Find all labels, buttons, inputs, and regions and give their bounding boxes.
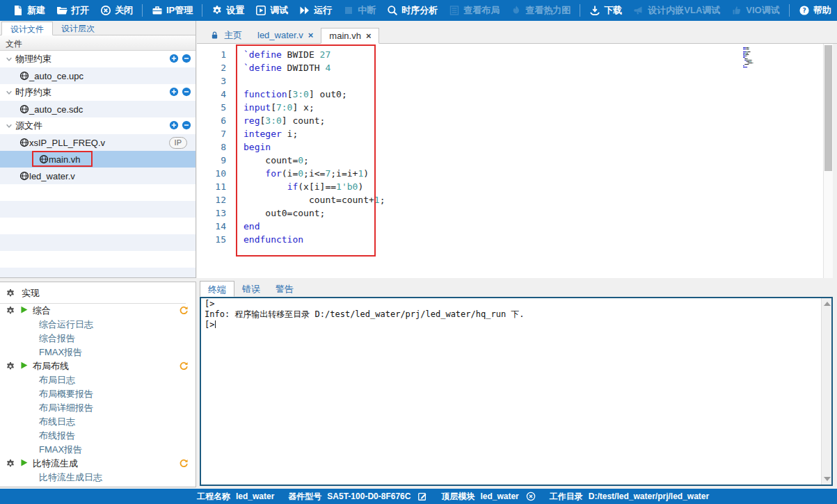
editor-tab-led_water-v[interactable]: led_water.v× xyxy=(250,27,321,43)
toolbar-button-debug[interactable]: 调试 xyxy=(250,0,294,21)
code-line[interactable]: 9 count=0; xyxy=(197,154,833,167)
tree-section-row[interactable]: 时序约束 xyxy=(0,84,196,101)
impl-report-item[interactable]: FMAX报告 xyxy=(0,346,196,359)
console-tab-warnings[interactable]: 警告 xyxy=(268,281,301,297)
toolbar-button-close-circle[interactable]: 关闭 xyxy=(95,0,138,21)
play-icon[interactable] xyxy=(19,305,29,316)
close-icon[interactable]: × xyxy=(366,31,372,41)
editor-tab-label: led_water.v xyxy=(257,30,303,40)
remove-file-button[interactable] xyxy=(182,87,191,99)
console-tab-terminal[interactable]: 终端 xyxy=(200,281,234,297)
code-line[interactable]: 12 count=count+1; xyxy=(197,193,833,206)
impl-report-item[interactable]: led_water.bit xyxy=(0,485,196,487)
toolbar-button-view-layout[interactable]: 查看布局 xyxy=(443,0,505,21)
terminal-output[interactable]: [>Info: 程序输出转移至目录 D:/test/led_water/prj/… xyxy=(201,298,821,485)
circle-close-icon[interactable] xyxy=(526,491,536,501)
impl-group-row[interactable]: 综合 xyxy=(0,304,196,318)
tree-file-row[interactable]: led_water.v xyxy=(0,168,196,184)
play-icon[interactable] xyxy=(19,361,29,372)
code-line[interactable]: 1`define BWIDE 27 xyxy=(197,48,833,61)
code-line[interactable]: 10 for(i=0;i<=7;i=i+1) xyxy=(197,167,833,180)
toolbar-button-run[interactable]: 运行 xyxy=(294,0,337,21)
editor-scrollbar[interactable] xyxy=(823,44,833,278)
scroll-down-icon[interactable] xyxy=(824,477,831,481)
impl-report-item[interactable]: 综合运行日志 xyxy=(0,318,196,332)
toolbar-button-view-heatmap[interactable]: 查看热力图 xyxy=(505,0,576,21)
impl-report-item[interactable]: 布线报告 xyxy=(0,429,196,443)
toolbar-button-new-file[interactable]: 新建 xyxy=(7,0,51,21)
console-tab-errors[interactable]: 错误 xyxy=(234,281,268,297)
panel-tab-files[interactable]: 设计文件 xyxy=(1,22,53,35)
tree-empty-row xyxy=(0,251,196,268)
tree-file-label: _auto_ce.sdc xyxy=(29,104,83,115)
add-file-button[interactable] xyxy=(169,120,179,132)
tree-file-row[interactable]: _auto_ce.upc xyxy=(0,67,196,84)
refresh-icon[interactable] xyxy=(179,458,189,470)
toolbar-button-open-folder[interactable]: 打开 xyxy=(51,0,95,21)
impl-group-row[interactable]: 比特流生成 xyxy=(0,457,196,471)
tree-file-row[interactable]: main.vh xyxy=(0,151,196,168)
impl-report-item[interactable]: 布局日志 xyxy=(0,373,196,387)
toolbar-button-timing-analysis[interactable]: 时序分析 xyxy=(381,0,443,21)
globe-icon xyxy=(19,71,29,81)
tree-section-row[interactable]: 物理约束 xyxy=(0,51,196,67)
code-line[interactable]: 3 xyxy=(197,74,833,88)
toolbar-button-label: 查看布局 xyxy=(463,4,500,17)
tree-file-row[interactable]: _auto_ce.sdc xyxy=(0,101,196,117)
code-line[interactable]: 4function[3:0] out0; xyxy=(197,88,833,101)
terminal-cursor xyxy=(215,320,216,328)
toolbar-button-label: 运行 xyxy=(314,4,332,17)
toolbar-button-ip-manager[interactable]: IP管理 xyxy=(146,0,198,21)
scroll-up-icon[interactable] xyxy=(824,302,831,306)
close-icon[interactable]: × xyxy=(308,30,314,40)
toolbar-button-vio-debug[interactable]: VIO调试 xyxy=(726,0,785,21)
code-line[interactable]: 7integer i; xyxy=(197,127,833,140)
code-line[interactable]: 2`define DWIDTH 4 xyxy=(197,61,833,74)
toolbar-button-settings-gear[interactable]: 设置 xyxy=(206,0,250,21)
editor-tab-main-vh[interactable]: main.vh× xyxy=(321,28,379,44)
terminal-line: [> xyxy=(205,299,818,309)
code-line[interactable]: 8begin xyxy=(197,140,833,154)
terminal-panel[interactable]: [>Info: 程序输出转移至目录 D:/test/led_water/prj/… xyxy=(200,297,833,486)
code-line[interactable]: 15endfunction xyxy=(197,233,833,246)
toolbar-button-interrupt[interactable]: 中断 xyxy=(337,0,381,21)
toolbar-button-download[interactable]: 下载 xyxy=(584,0,628,21)
toolbar-items: 新建打开关闭IP管理设置调试运行中断时序分析查看布局查看热力图下载设计内嵌VLA… xyxy=(7,0,837,21)
refresh-icon[interactable] xyxy=(179,305,189,317)
help-icon: ? xyxy=(799,5,810,16)
code-line[interactable]: 5input[7:0] x; xyxy=(197,101,833,114)
impl-report-item[interactable]: 布线日志 xyxy=(0,415,196,429)
download-icon xyxy=(589,5,600,16)
tree-section-row[interactable]: 源文件 xyxy=(0,117,196,134)
refresh-icon[interactable] xyxy=(179,361,189,373)
editor-tab---[interactable]: 主页 xyxy=(202,27,250,43)
toolbar-button-help[interactable]: ?帮助 xyxy=(793,0,837,21)
gear-icon xyxy=(6,288,15,298)
terminal-scrollbar[interactable] xyxy=(821,298,831,485)
add-file-button[interactable] xyxy=(169,54,179,65)
add-file-button[interactable] xyxy=(169,87,179,99)
impl-report-item[interactable]: 布局概要报告 xyxy=(0,387,196,401)
minus-circle-icon xyxy=(182,87,191,97)
editor-scroll-thumb[interactable] xyxy=(824,45,832,171)
code-line[interactable]: 13 out0=count; xyxy=(197,206,833,220)
play-icon[interactable] xyxy=(19,458,29,469)
impl-report-item[interactable]: FMAX报告 xyxy=(0,443,196,457)
toolbar-button-vla-debug[interactable]: 设计内嵌VLA调试 xyxy=(628,0,726,21)
console-tab-bar: 终端错误警告 xyxy=(198,281,301,297)
code-line[interactable]: 6reg[3:0] count; xyxy=(197,114,833,127)
panel-tab-hierarchy[interactable]: 设计层次 xyxy=(53,22,103,35)
impl-report-item[interactable]: 比特流生成日志 xyxy=(0,471,196,485)
impl-report-item[interactable]: 综合报告 xyxy=(0,332,196,346)
impl-group-row[interactable]: 布局布线 xyxy=(0,359,196,373)
tree-file-row[interactable]: xsIP_PLL_FREQ.vIP xyxy=(0,134,196,151)
code-line[interactable]: 14end xyxy=(197,220,833,233)
remove-file-button[interactable] xyxy=(182,54,191,65)
impl-report-item[interactable]: 布局详细报告 xyxy=(0,401,196,415)
vla-debug-icon xyxy=(633,5,644,16)
edit-icon[interactable] xyxy=(417,491,427,501)
toolbar-button-label: IP管理 xyxy=(166,4,193,17)
code-line[interactable]: 11 if(x[i]==1'b0) xyxy=(197,180,833,193)
code-editor[interactable]: 1`define BWIDE 272`define DWIDTH 434func… xyxy=(197,44,833,278)
remove-file-button[interactable] xyxy=(182,120,191,132)
